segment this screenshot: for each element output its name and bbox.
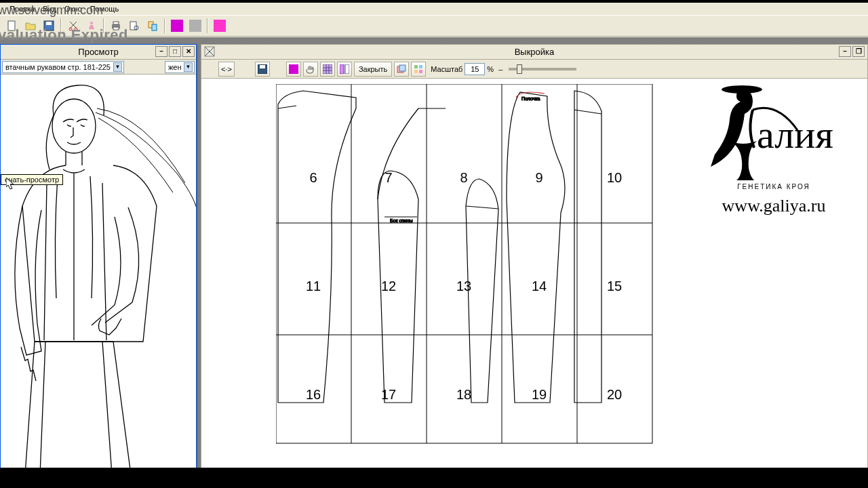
pattern-titlebar[interactable]: Выкройка – ❐ [201,45,867,60]
dropdown-arrow-icon: ▼ [184,62,193,72]
toolbar-color-magenta-icon[interactable] [169,18,185,34]
scale-slider[interactable] [509,68,576,70]
preview-max-button[interactable]: □ [169,46,181,57]
svg-text:Полочка: Полочка [521,96,540,101]
toolbar-arrange-icon[interactable] [411,62,426,77]
brand-block: алия ГЕНЕТИКА КРОЯ www.galiya.ru [686,80,862,216]
page-num: 10 [607,170,622,185]
brand-url: www.galiya.ru [686,196,862,216]
toolbar-preview-icon[interactable] [126,18,142,34]
dropdown-arrow-icon: ▼ [113,62,122,72]
watermark-url: ww.solveigmm.com [0,3,103,18]
svg-rect-21 [399,65,406,71]
svg-rect-18 [340,64,344,74]
preview-min-button[interactable]: – [155,46,167,57]
toolbar-fill-magenta-icon[interactable] [286,62,301,77]
svg-line-38 [574,110,601,114]
svg-rect-17 [323,64,332,74]
svg-rect-24 [414,70,418,73]
pattern-app-icon [204,46,215,57]
page-num: 6 [309,170,317,185]
fashion-figure-sketch [1,75,196,472]
cursor-icon [6,178,17,191]
toolbar-grid-icon[interactable] [320,62,335,77]
toolbar-split-icon[interactable] [337,62,352,77]
page-num: 14 [532,279,547,293]
svg-rect-2 [46,22,52,25]
svg-point-5 [90,22,93,24]
pattern-window: Выкройка – ❐ <·> Закрыть Масштаб 15 % – [201,44,868,474]
pattern-min-button[interactable]: – [839,46,851,57]
toolbar-color-pink-icon[interactable] [212,18,228,34]
main-toolbar [0,15,868,37]
brand-logo-icon: алия [709,80,838,182]
pattern-layout: 6 7 8 9 10 11 12 13 14 15 16 17 18 19 20 [276,84,656,450]
close-pattern-button[interactable]: Закрыть [354,62,392,77]
preview-titlebar[interactable]: Просмотр – □ ✕ [1,45,196,60]
toolbar-hand-icon[interactable] [303,62,318,77]
gender-select[interactable]: жен ▼ [165,61,195,73]
toolbar-layers-icon[interactable] [394,62,409,77]
toolbar-export-icon[interactable] [144,18,161,34]
page-num: 9 [535,170,542,185]
toolbar-save-pattern-icon[interactable] [255,62,270,77]
slider-thumb[interactable] [517,64,522,74]
page-num: 20 [607,387,622,402]
svg-point-13 [52,99,96,153]
scale-input[interactable]: 15 [465,63,485,75]
watermark-eval: valuation Expired [0,26,128,44]
scale-pct: % [487,65,494,73]
gender-select-value: жен [168,63,182,71]
page-num: 15 [607,279,622,293]
mdi-area: Просмотр – □ ✕ втачным рукавом стр. 181-… [0,37,868,468]
preview-canvas: ечать-просмотр [1,75,196,472]
preview-window: Просмотр – □ ✕ втачным рукавом стр. 181-… [0,44,197,472]
svg-rect-25 [419,70,422,73]
svg-rect-7 [113,22,119,24]
model-select-value: втачным рукавом стр. 181-225 [5,63,111,71]
toolbar-nav-button[interactable]: <·> [218,62,235,77]
menu-bar: Правка Вид Окно Помощь [0,3,868,15]
svg-line-35 [278,106,296,108]
svg-text:Бок спины: Бок спины [390,218,413,223]
page-num: 8 [460,170,467,185]
svg-rect-22 [414,65,418,68]
page-num: 12 [381,279,396,293]
svg-rect-19 [345,64,349,74]
slider-minus[interactable]: – [498,65,502,73]
pattern-canvas[interactable]: алия ГЕНЕТИКА КРОЯ www.galiya.ru [201,79,867,474]
page-num: 17 [381,387,396,402]
brand-subtitle: ГЕНЕТИКА КРОЯ [686,183,862,190]
page-num: 13 [456,279,471,293]
toolbar-color-gray-icon[interactable] [187,18,203,34]
svg-rect-16 [260,65,265,68]
preview-toolbar: втачным рукавом стр. 181-225 ▼ жен ▼ [1,60,196,75]
page-num: 18 [456,387,471,402]
pattern-restore-button[interactable]: ❐ [852,46,865,57]
preview-close-button[interactable]: ✕ [182,46,195,57]
svg-rect-12 [152,24,157,30]
pattern-toolbar: <·> Закрыть Масштаб 15 % – [201,60,867,79]
model-select[interactable]: втачным рукавом стр. 181-225 ▼ [2,61,124,73]
pattern-title: Выкройка [201,47,867,57]
page-num: 16 [306,387,321,402]
page-num: 19 [532,387,547,402]
page-num: 11 [306,279,321,293]
svg-text:алия: алия [757,113,833,157]
svg-rect-23 [419,65,422,68]
scale-label: Масштаб [431,65,462,73]
